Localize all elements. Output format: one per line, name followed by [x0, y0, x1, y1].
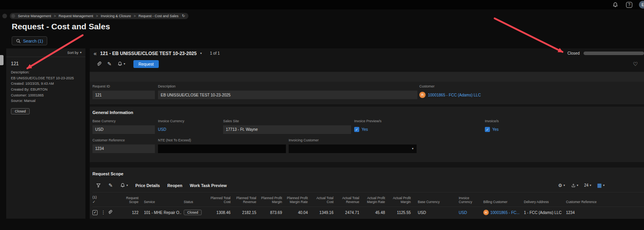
row-attachment-icon[interactable] [107, 210, 117, 216]
column-header-billing-customer[interactable]: Billing Customer [483, 200, 522, 204]
invoice-preview-label: Invoice Preview/s [354, 119, 485, 123]
cell-service: 101 - MHE Repair O... [140, 210, 181, 215]
selection-count-header[interactable]: (1) ✓ [92, 195, 117, 204]
column-header-base-currency[interactable]: Base Currency [412, 200, 456, 204]
record-list-sidebar: Sort by ▾ 121 Description: EB UNISSUE/CL… [6, 48, 85, 219]
customer-label: Customer [419, 84, 481, 88]
reopen-button[interactable]: Reopen [167, 183, 183, 188]
column-header-actual-total-revenue[interactable]: Actual Total Revenue [335, 196, 361, 204]
invoicing-customer-dropdown[interactable]: ▾ [289, 144, 417, 153]
edit-pencil-icon[interactable]: ✎ [108, 182, 113, 188]
record-source: Source: Manual [11, 99, 81, 103]
view-mode-grid-icon[interactable]: ▦ ▾ [597, 182, 605, 188]
description-field[interactable]: EB UNISSUE/CLOSE TEST 10-23-2025 [158, 91, 417, 99]
cell-invoice-currency-link[interactable]: USD [456, 210, 483, 215]
home-icon[interactable] [11, 14, 15, 18]
breadcrumb-item-request-management[interactable]: Request Management [59, 14, 93, 18]
sort-by-label: Sort by [67, 51, 78, 55]
customer-reference-label: Customer Reference [92, 138, 155, 142]
export-icon[interactable]: ▾ [571, 183, 578, 188]
page-title: Request - Cost and Sales [12, 22, 110, 31]
column-header-actual-profit-margin[interactable]: Actual Profit Margin [387, 196, 412, 204]
title-dropdown-icon[interactable]: ▾ [200, 52, 202, 55]
column-header-customer-reference[interactable]: Customer Reference [564, 200, 599, 204]
request-id-field[interactable]: 121 [92, 91, 155, 99]
cell-actual-profit-margin: 1125.55 [387, 210, 412, 215]
column-header-planned-profit-margin-rate[interactable]: Planned Profit Margin Rate [284, 196, 309, 204]
sort-by-control[interactable]: Sort by ▾ [6, 48, 85, 57]
cell-status: Closed [181, 210, 205, 215]
customer-reference-field[interactable]: 1234 [92, 144, 155, 153]
price-details-button[interactable]: Price Details [135, 183, 160, 188]
sales-site-field[interactable]: 17713 - Ft. Wayne [223, 125, 351, 134]
record-list-item[interactable]: 121 Description: EB UNISSUE/CLOSE TEST 1… [6, 57, 85, 118]
edit-pencil-icon[interactable]: ✎ [107, 61, 112, 67]
breadcrumb-separator: > [134, 14, 136, 18]
app-menu-icon[interactable] [2, 14, 7, 18]
settings-gear-icon[interactable]: ⚙ ▾ [558, 183, 565, 188]
cell-actual-total-cost: 1349.16 [309, 210, 335, 215]
base-currency-field[interactable]: USD [92, 125, 155, 134]
column-header-invoice-currency[interactable]: Invoice Currency [456, 196, 483, 204]
customer-link[interactable]: 10001865 - FCC (Adams) LLC [428, 93, 481, 97]
chevron-down-icon: ▾ [126, 184, 128, 187]
notifications-bell-icon[interactable] [612, 2, 618, 8]
chevron-down-icon: ▾ [603, 184, 605, 187]
breadcrumb-item-service-management[interactable]: Service Management [18, 14, 51, 18]
column-header-planned-total-revenue[interactable]: Planned Total Revenue [232, 196, 258, 204]
record-id: 121 [11, 61, 81, 66]
breadcrumb-item-invoicing-closure[interactable]: Invoicing & Closure [101, 14, 131, 18]
column-header-planned-profit-margin[interactable]: Planned Profit Margin [258, 196, 284, 204]
filter-icon[interactable] [96, 183, 101, 188]
nte-field[interactable] [158, 144, 286, 153]
select-all-check-icon[interactable]: ✓ [92, 200, 96, 204]
invoicing-customer-label: Invoicing Customer [289, 138, 417, 142]
refresh-icon[interactable]: ↻ [181, 14, 186, 18]
column-header-actual-total-cost[interactable]: Actual Total Cost [309, 196, 335, 204]
breadcrumb-item-current[interactable]: Request - Cost and Sales [138, 14, 179, 18]
table-row[interactable]: ✓ ⋮ 122 101 - MHE Repair O... Closed 130… [92, 207, 644, 219]
chevron-down-icon: ▾ [412, 147, 413, 150]
record-description: EB UNISSUE/CLOSE TEST 10-23-2025 [11, 76, 81, 81]
selection-count: (1) [92, 195, 97, 199]
chevron-down-icon: ▾ [577, 184, 578, 187]
gear-glyph: ⚙ [558, 183, 562, 188]
favorite-heart-icon[interactable]: ♡ [633, 61, 638, 67]
column-header-status[interactable]: Status [181, 200, 205, 204]
invoice-preview-link[interactable]: Yes [362, 127, 368, 132]
user-avatar[interactable]: E [639, 1, 644, 9]
page-size-selector[interactable]: 24 ▾ [584, 183, 591, 187]
row-checkbox[interactable]: ✓ [92, 210, 98, 215]
record-customer: Customer: 10001865 [11, 93, 81, 98]
column-header-delivery-address[interactable]: Delivery Address [522, 200, 564, 204]
column-header-request-scope[interactable]: Request Scope [117, 196, 140, 204]
alert-bell-icon[interactable]: ▾ [120, 183, 128, 188]
column-header-planned-total-cost[interactable]: Planned Total Cost [205, 196, 232, 204]
row-menu-kebab-icon[interactable]: ⋮ [101, 210, 107, 215]
cell-planned-total-cost: 1308.46 [205, 210, 232, 215]
search-button[interactable]: Search (1) [12, 36, 47, 45]
billing-customer-link[interactable]: 10001865 - FC... [490, 210, 520, 215]
record-description-label: Description: [11, 70, 81, 75]
top-bar: ? E [0, 0, 644, 9]
record-created-by: Created By: EBURTON [11, 87, 81, 92]
work-task-preview-button[interactable]: Work Task Preview [190, 183, 227, 188]
scope-toolbar: ✎ ▾ Price Details Reopen Work Task Previ… [90, 180, 644, 192]
collapse-back-icon[interactable]: « [94, 50, 97, 57]
collapsed-panel-handle[interactable] [0, 55, 4, 65]
invoice-currency-link[interactable]: USD [158, 127, 166, 132]
invoices-icon: ✓ [485, 127, 490, 132]
help-icon[interactable]: ? [626, 2, 632, 8]
attachment-icon[interactable] [96, 61, 101, 67]
invoices-link[interactable]: Yes [492, 127, 499, 132]
column-header-service[interactable]: Service [140, 200, 181, 204]
request-scope-title: Request Scope [90, 171, 644, 180]
column-header-actual-profit-margin-rate[interactable]: Actual Profit Margin Rate [361, 196, 387, 204]
sales-site-label: Sales Site [223, 119, 351, 123]
chevron-down-icon: ▾ [124, 62, 125, 66]
cell-actual-total-revenue: 2474.71 [335, 210, 361, 215]
annotation-arrow-to-status [495, 18, 562, 52]
alert-bell-icon[interactable]: ▾ [117, 61, 125, 66]
request-button[interactable]: Request [133, 60, 159, 68]
chevron-down-icon: ▾ [590, 184, 591, 187]
